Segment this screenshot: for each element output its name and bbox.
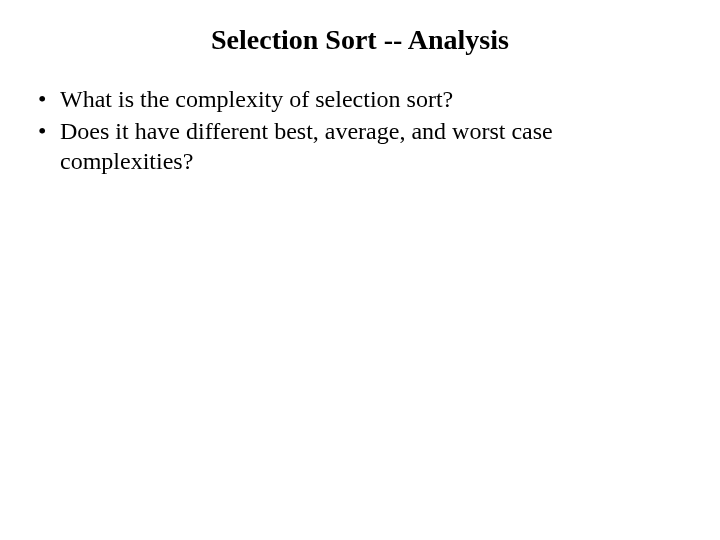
list-item: What is the complexity of selection sort… [38, 84, 690, 114]
list-item: Does it have different best, average, an… [38, 116, 690, 176]
bullet-list: What is the complexity of selection sort… [30, 84, 690, 176]
slide-title: Selection Sort -- Analysis [30, 24, 690, 56]
slide: Selection Sort -- Analysis What is the c… [0, 0, 720, 540]
